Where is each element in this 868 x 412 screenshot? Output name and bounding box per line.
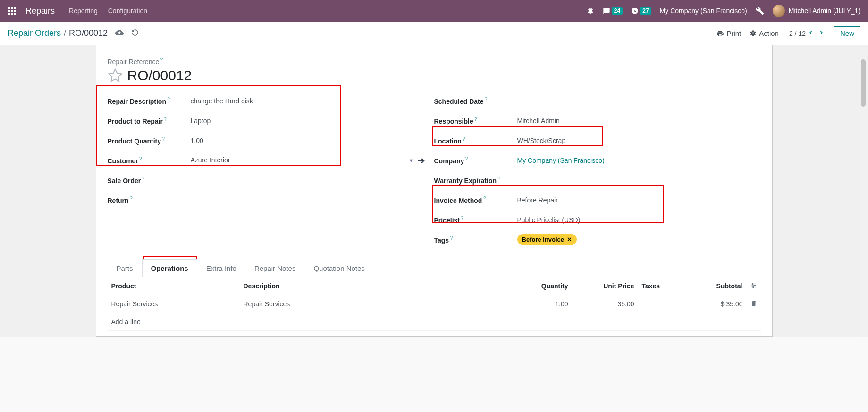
new-button[interactable]: New [834,26,860,40]
scrollbar-thumb[interactable] [861,59,866,107]
print-button[interactable]: Print [716,29,741,37]
col-product: Product [108,277,240,295]
menu-configuration[interactable]: Configuration [108,7,147,15]
col-quantity: Quantity [506,277,572,295]
label-tags: Tags? [434,235,517,244]
tab-operations[interactable]: Operations [142,259,197,277]
table-header-row: Product Description Quantity Unit Price … [108,277,761,295]
record-title: RO/00012 [127,67,192,84]
cell-description[interactable]: Repair Services [240,295,506,313]
pager-prev-icon[interactable] [808,29,814,38]
discard-icon[interactable] [131,29,139,38]
svg-point-5 [754,285,755,286]
add-line-row: Add a line [108,313,761,330]
cell-taxes[interactable] [638,295,681,313]
label-sale-order: Sale Order? [108,176,191,185]
value-pricelist[interactable]: Public Pricelist (USD) [517,216,751,224]
value-product-to-repair[interactable]: Laptop [191,117,425,125]
table-row[interactable]: Repair Services Repair Services 1.00 35.… [108,295,761,313]
svg-point-6 [752,286,753,287]
apps-icon[interactable] [8,7,16,15]
label-product-to-repair: Product to Repair? [108,116,191,125]
tabs: Parts Operations Extra Info Repair Notes… [108,259,761,277]
activities-icon[interactable]: 27 [631,7,651,15]
tag-remove-icon[interactable]: ✕ [567,236,572,243]
label-company: Company? [434,156,517,165]
col-description: Description [240,277,506,295]
col-unit-price: Unit Price [572,277,638,295]
user-menu[interactable]: Mitchell Admin (JULY_1) [773,5,860,17]
value-responsible[interactable]: Mitchell Admin [517,117,751,125]
label-responsible: Responsible? [434,116,517,125]
form-col-left: Repair Description? change the Hard disk… [108,91,434,250]
breadcrumb: Repair Orders / RO/00012 [8,28,108,38]
tools-icon[interactable] [756,7,764,15]
label-return: Return? [108,195,191,204]
debug-icon[interactable] [587,7,594,15]
customer-input[interactable] [191,155,407,165]
scrollbar[interactable] [860,45,867,337]
label-customer: Customer? [108,156,191,165]
value-company[interactable]: My Company (San Francisco) [517,157,605,164]
title-label: Repair Reference? [108,58,163,66]
tab-parts[interactable]: Parts [108,259,142,277]
messages-badge: 24 [612,7,623,15]
cloud-save-icon[interactable] [115,28,124,39]
value-invoice-method[interactable]: Before Repair [517,196,751,204]
operations-table: Product Description Quantity Unit Price … [108,277,761,331]
value-location[interactable]: WH/Stock/Scrap [517,137,751,144]
label-product-quantity: Product Quantity? [108,136,191,145]
top-navbar: Repairs Reporting Configuration 24 27 My… [0,0,868,22]
label-pricelist: Pricelist? [434,215,517,224]
control-panel: Repair Orders / RO/00012 Print Action 2 … [0,22,868,45]
col-subtotal: Subtotal [681,277,747,295]
external-link-icon[interactable]: ➔ [418,155,425,166]
label-warranty: Warranty Expiration? [434,176,517,185]
favorite-star-icon[interactable] [108,68,123,83]
form-sheet: Repair Reference? RO/00012 Repair Descri… [96,45,773,337]
pager-next-icon[interactable] [818,29,825,38]
cell-subtotal: $ 35.00 [681,295,747,313]
tab-extra-info[interactable]: Extra Info [197,259,245,277]
col-taxes: Taxes [638,277,681,295]
svg-point-4 [752,283,753,284]
label-scheduled-date: Scheduled Date? [434,96,517,105]
pager-text[interactable]: 2 / 12 [789,30,806,37]
tag-before-invoice[interactable]: Before Invoice ✕ [517,234,577,245]
cell-product[interactable]: Repair Services [108,295,240,313]
form-col-right: Scheduled Date? Responsible? Mitchell Ad… [434,91,761,250]
label-invoice-method: Invoice Method? [434,195,517,204]
avatar [773,5,785,17]
col-options-icon[interactable] [747,277,761,295]
cell-unit-price[interactable]: 35.00 [572,295,638,313]
form-sheet-bg: Repair Reference? RO/00012 Repair Descri… [0,45,868,337]
label-location: Location? [434,136,517,145]
add-line-button[interactable]: Add a line [108,313,761,330]
label-repair-description: Repair Description? [108,96,191,105]
messaging-icon[interactable]: 24 [603,7,623,15]
value-repair-description[interactable]: change the Hard disk [191,97,425,105]
dropdown-caret-icon[interactable]: ▼ [409,158,414,163]
breadcrumb-current: RO/00012 [69,28,108,38]
action-button[interactable]: Action [750,29,779,37]
app-title[interactable]: Repairs [25,6,55,16]
menu-reporting[interactable]: Reporting [69,7,98,15]
company-switcher[interactable]: My Company (San Francisco) [660,7,747,15]
breadcrumb-root[interactable]: Repair Orders [8,28,61,38]
value-product-quantity[interactable]: 1.00 [191,137,425,144]
activities-badge: 27 [640,7,651,15]
tab-repair-notes[interactable]: Repair Notes [245,259,305,277]
delete-row-icon[interactable] [750,301,757,308]
cell-quantity[interactable]: 1.00 [506,295,572,313]
tab-quotation-notes[interactable]: Quotation Notes [304,259,373,277]
